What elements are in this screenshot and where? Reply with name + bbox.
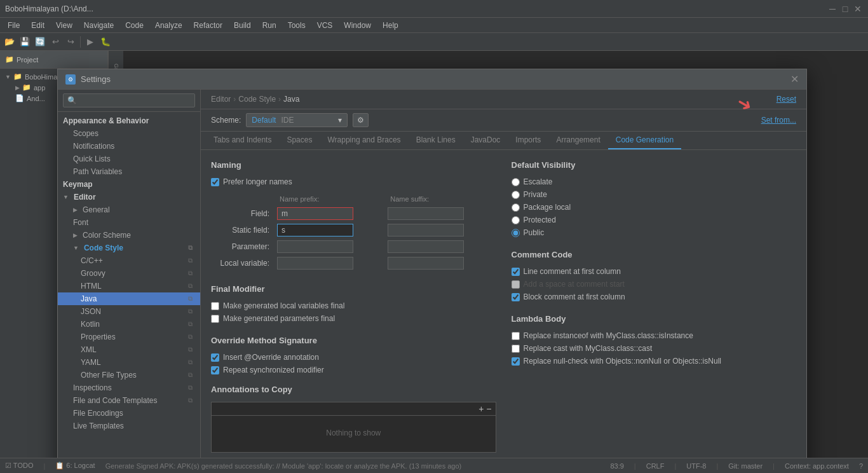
replace-instanceof-label[interactable]: Replace instanceof with MyClass.class::i… <box>524 331 693 340</box>
visibility-package-label[interactable]: Package local <box>524 203 571 212</box>
tab-wrapping[interactable]: Wrapping and Braces <box>320 132 408 149</box>
toolbar-save-btn[interactable]: 💾 <box>18 35 32 49</box>
scheme-dropdown[interactable]: Default IDE ▾ <box>246 113 348 127</box>
replace-cast-checkbox[interactable] <box>512 345 520 353</box>
insert-override-checkbox[interactable] <box>211 353 219 362</box>
menu-refactor[interactable]: Refactor <box>189 20 227 31</box>
add-space-comment-checkbox[interactable] <box>512 280 520 289</box>
menu-view[interactable]: View <box>51 20 78 31</box>
tab-tabs-indents[interactable]: Tabs and Indents <box>206 132 279 149</box>
tab-blank-lines[interactable]: Blank Lines <box>409 132 463 149</box>
toolbar-run-btn[interactable]: ▶ <box>83 35 97 49</box>
toolbar-undo-btn[interactable]: ↩ <box>48 35 62 49</box>
block-comment-first-label[interactable]: Block comment at first column <box>524 292 625 301</box>
menu-edit[interactable]: Edit <box>26 20 50 31</box>
visibility-escalate-radio[interactable] <box>512 178 520 186</box>
sidebar-item-xml[interactable]: XML ⧉ <box>58 343 200 356</box>
status-encoding[interactable]: UTF-8 <box>686 462 706 470</box>
visibility-public-label[interactable]: Public <box>524 228 545 237</box>
ide-minimize-btn[interactable]: ─ <box>827 4 837 14</box>
visibility-protected-label[interactable]: Protected <box>524 216 556 224</box>
sidebar-item-filecodetemplates[interactable]: File and Code Templates ⧉ <box>58 394 200 407</box>
replace-cast-label[interactable]: Replace cast with MyClass.class::cast <box>524 344 653 353</box>
replace-nullcheck-label[interactable]: Replace null-check with Objects::nonNull… <box>524 357 721 366</box>
ide-maximize-btn[interactable]: □ <box>840 4 850 14</box>
sidebar-item-codestyle[interactable]: ▼ Code Style ⧉ <box>58 242 200 254</box>
visibility-protected-radio[interactable] <box>512 216 520 224</box>
block-comment-first-checkbox[interactable] <box>512 293 520 301</box>
visibility-private-label[interactable]: Private <box>524 190 547 199</box>
set-from-link[interactable]: Set from... <box>761 116 796 125</box>
reset-btn[interactable]: Reset <box>776 95 796 104</box>
parameter-suffix-input[interactable] <box>388 240 464 253</box>
sidebar-item-colorscheme[interactable]: ▶ Color Scheme <box>58 229 200 242</box>
sidebar-item-editor[interactable]: ▼ Editor <box>58 191 200 203</box>
sidebar-item-kotlin[interactable]: Kotlin ⧉ <box>58 318 200 331</box>
tab-javadoc[interactable]: JavaDoc <box>463 132 508 149</box>
sidebar-item-properties[interactable]: Properties ⧉ <box>58 331 200 343</box>
local-vars-final-label[interactable]: Make generated local variables final <box>223 301 344 310</box>
toolbar-open-btn[interactable]: 📂 <box>3 35 17 49</box>
prefer-longer-checkbox[interactable] <box>211 178 219 186</box>
menu-code[interactable]: Code <box>120 20 149 31</box>
sidebar-item-otherfiletypes[interactable]: Other File Types ⧉ <box>58 369 200 381</box>
sidebar-item-yaml[interactable]: YAML ⧉ <box>58 356 200 369</box>
ide-close-btn[interactable]: ✕ <box>853 4 863 14</box>
menu-window[interactable]: Window <box>339 20 376 31</box>
sidebar-item-pathvariables[interactable]: Path Variables <box>58 165 200 178</box>
sidebar-item-java[interactable]: Java ⧉ <box>58 292 200 305</box>
tab-code-generation[interactable]: Code Generation <box>608 132 681 149</box>
sidebar-item-appearance[interactable]: Appearance & Behavior <box>58 114 200 127</box>
insert-override-label[interactable]: Insert @Override annotation <box>223 353 319 362</box>
prefer-longer-label[interactable]: Prefer longer names <box>223 177 292 186</box>
sidebar-item-html[interactable]: HTML ⧉ <box>58 280 200 292</box>
settings-search-input[interactable] <box>63 93 195 107</box>
sidebar-item-font[interactable]: Font <box>58 216 200 229</box>
params-final-label[interactable]: Make generated parameters final <box>223 314 335 323</box>
sidebar-item-notifications[interactable]: Notifications <box>58 140 200 153</box>
static-field-suffix-input[interactable] <box>388 224 464 236</box>
menu-help[interactable]: Help <box>377 20 403 31</box>
tab-arrangement[interactable]: Arrangement <box>548 132 607 149</box>
visibility-private-radio[interactable] <box>512 191 520 199</box>
tab-spaces[interactable]: Spaces <box>279 132 320 149</box>
toolbar-debug-btn[interactable]: 🐛 <box>98 35 112 49</box>
menu-vcs[interactable]: VCS <box>312 20 338 31</box>
sidebar-item-inspections[interactable]: Inspections ⧉ <box>58 381 200 394</box>
sidebar-item-quicklists[interactable]: Quick Lists <box>58 153 200 165</box>
status-git[interactable]: Git: master <box>728 462 763 470</box>
toolbar-redo-btn[interactable]: ↪ <box>64 35 78 49</box>
field-prefix-input[interactable] <box>277 207 353 220</box>
line-comment-first-label[interactable]: Line comment at first column <box>524 267 621 276</box>
visibility-package-radio[interactable] <box>512 203 520 212</box>
local-var-suffix-input[interactable] <box>388 257 464 270</box>
sidebar-item-cpp[interactable]: C/C++ ⧉ <box>58 254 200 267</box>
sidebar-item-general[interactable]: ▶ General <box>58 203 200 216</box>
sidebar-item-fileencodings[interactable]: File Encodings <box>58 407 200 420</box>
params-final-checkbox[interactable] <box>211 315 219 323</box>
menu-tools[interactable]: Tools <box>283 20 311 31</box>
parameter-prefix-input[interactable] <box>277 240 353 253</box>
annotations-remove-btn[interactable]: − <box>485 404 492 414</box>
scheme-gear-btn[interactable]: ⚙ <box>353 113 369 127</box>
status-todo[interactable]: ☑ TODO <box>5 462 33 470</box>
sidebar-item-keymap[interactable]: Keymap <box>58 178 200 191</box>
visibility-escalate-label[interactable]: Escalate <box>524 177 553 186</box>
replace-nullcheck-checkbox[interactable] <box>512 357 520 366</box>
menu-navigate[interactable]: Navigate <box>79 20 119 31</box>
menu-file[interactable]: File <box>3 20 25 31</box>
menu-analyze[interactable]: Analyze <box>150 20 187 31</box>
field-suffix-input[interactable] <box>388 207 464 220</box>
sidebar-item-livetemplates[interactable]: Live Templates <box>58 420 200 432</box>
repeat-synchronized-checkbox[interactable] <box>211 366 219 374</box>
replace-instanceof-checkbox[interactable] <box>512 332 520 340</box>
sidebar-item-groovy[interactable]: Groovy ⧉ <box>58 267 200 280</box>
repeat-synchronized-label[interactable]: Repeat synchronized modifier <box>223 366 324 374</box>
status-logcat[interactable]: 📋 6: Logcat <box>55 462 95 470</box>
sidebar-item-scopes[interactable]: Scopes <box>58 127 200 140</box>
static-field-prefix-input[interactable] <box>277 224 353 236</box>
tab-imports[interactable]: Imports <box>508 132 548 149</box>
menu-run[interactable]: Run <box>257 20 281 31</box>
menu-build[interactable]: Build <box>229 20 256 31</box>
toolbar-sync-btn[interactable]: 🔄 <box>33 35 47 49</box>
